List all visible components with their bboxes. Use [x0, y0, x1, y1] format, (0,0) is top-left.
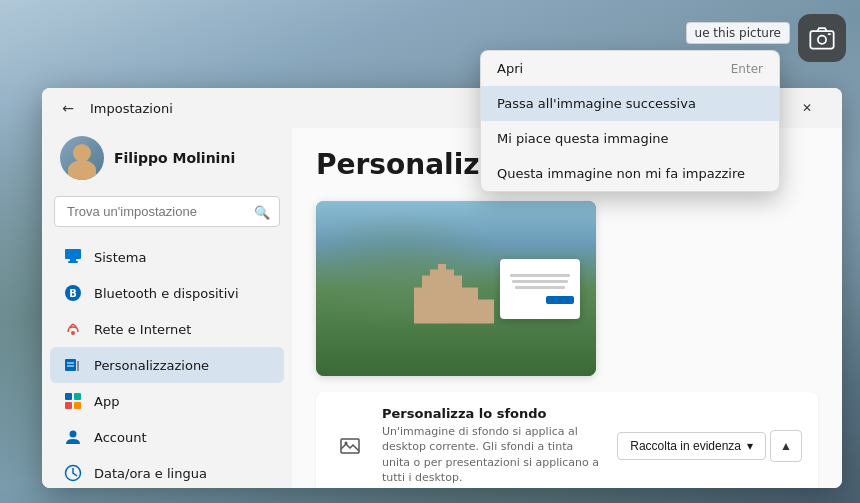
preview-line-1 — [510, 274, 570, 277]
context-menu-label-piace: Mi piace questa immagine — [497, 131, 669, 146]
sidebar: Filippo Molinini 🔍 Sistema — [42, 128, 292, 488]
svg-rect-14 — [74, 393, 81, 400]
user-name: Filippo Molinini — [114, 150, 235, 166]
context-menu-item-prossima[interactable]: Passa all'immagine successiva — [481, 86, 779, 121]
background-settings-card: Personalizza lo sfondo Un'immagine di sf… — [316, 392, 818, 488]
window-title: Impostazioni — [90, 101, 173, 116]
context-menu-label-prossima: Passa all'immagine successiva — [497, 96, 696, 111]
svg-rect-16 — [74, 402, 81, 409]
background-type-dropdown[interactable]: Raccolta in evidenza ▾ — [617, 432, 766, 460]
background-preview — [316, 201, 596, 376]
settings-card-description: Un'immagine di sfondo si applica al desk… — [382, 424, 603, 486]
svg-point-1 — [818, 36, 826, 44]
account-label: Account — [94, 430, 147, 445]
preview-card-button — [546, 296, 574, 304]
dropdown-label: Raccolta in evidenza — [630, 439, 741, 453]
data-label: Data/ora e lingua — [94, 466, 207, 481]
preview-line-3 — [515, 286, 565, 289]
context-menu-shortcut-apri: Enter — [731, 62, 763, 76]
settings-card-text: Personalizza lo sfondo Un'immagine di sf… — [382, 406, 603, 486]
context-menu-label-nonpiace: Questa immagine non mi fa impazzire — [497, 166, 745, 181]
svg-rect-13 — [65, 393, 72, 400]
settings-card-control: Raccolta in evidenza ▾ ▲ — [617, 430, 802, 462]
search-icon: 🔍 — [254, 204, 270, 219]
preview-card-overlay — [500, 259, 580, 319]
context-menu-item-nonpiace[interactable]: Questa immagine non mi fa impazzire — [481, 156, 779, 191]
bluetooth-icon: B — [64, 284, 82, 302]
context-menu-item-apri[interactable]: Apri Enter — [481, 51, 779, 86]
data-icon — [64, 464, 82, 482]
settings-card-title: Personalizza lo sfondo — [382, 406, 603, 421]
context-menu: Apri Enter Passa all'immagine successiva… — [480, 50, 780, 192]
capture-tooltip: ue this picture — [686, 22, 790, 44]
rete-label: Rete e Internet — [94, 322, 191, 337]
svg-point-17 — [70, 431, 77, 438]
sidebar-item-data[interactable]: Data/ora e lingua — [50, 455, 284, 488]
account-icon — [64, 428, 82, 446]
background-icon — [332, 428, 368, 464]
sidebar-item-app[interactable]: App — [50, 383, 284, 419]
svg-rect-2 — [828, 33, 831, 35]
search-container: 🔍 — [54, 196, 280, 227]
svg-point-8 — [71, 331, 75, 335]
camera-icon — [808, 24, 836, 52]
expand-icon: ▲ — [780, 439, 792, 453]
sidebar-item-sistema[interactable]: Sistema — [50, 239, 284, 275]
user-profile[interactable]: Filippo Molinini — [50, 128, 284, 196]
sidebar-item-personalizzazione[interactable]: Personalizzazione — [50, 347, 284, 383]
personalizzazione-icon — [64, 356, 82, 374]
capture-icon-button[interactable] — [798, 14, 846, 62]
sistema-label: Sistema — [94, 250, 146, 265]
avatar — [60, 136, 104, 180]
expand-section-button[interactable]: ▲ — [770, 430, 802, 462]
preview-line-2 — [512, 280, 568, 283]
search-input[interactable] — [54, 196, 280, 227]
close-button[interactable]: ✕ — [784, 92, 830, 124]
svg-point-20 — [345, 441, 348, 444]
svg-rect-4 — [68, 261, 78, 263]
title-bar-left: ← Impostazioni — [54, 94, 173, 122]
svg-text:B: B — [69, 288, 77, 299]
app-label: App — [94, 394, 119, 409]
sidebar-item-rete[interactable]: Rete e Internet — [50, 311, 284, 347]
app-icon — [64, 392, 82, 410]
context-menu-label-apri: Apri — [497, 61, 523, 76]
sidebar-item-bluetooth[interactable]: B Bluetooth e dispositivi — [50, 275, 284, 311]
context-menu-item-piace[interactable]: Mi piace questa immagine — [481, 121, 779, 156]
personalizzazione-label: Personalizzazione — [94, 358, 209, 373]
sidebar-item-account[interactable]: Account — [50, 419, 284, 455]
bluetooth-label: Bluetooth e dispositivi — [94, 286, 239, 301]
back-button[interactable]: ← — [54, 94, 82, 122]
svg-rect-3 — [65, 249, 81, 259]
dropdown-chevron-icon: ▾ — [747, 439, 753, 453]
svg-rect-15 — [65, 402, 72, 409]
svg-rect-5 — [70, 259, 76, 261]
svg-rect-9 — [65, 359, 76, 371]
sistema-icon — [64, 248, 82, 266]
rete-icon — [64, 320, 82, 338]
